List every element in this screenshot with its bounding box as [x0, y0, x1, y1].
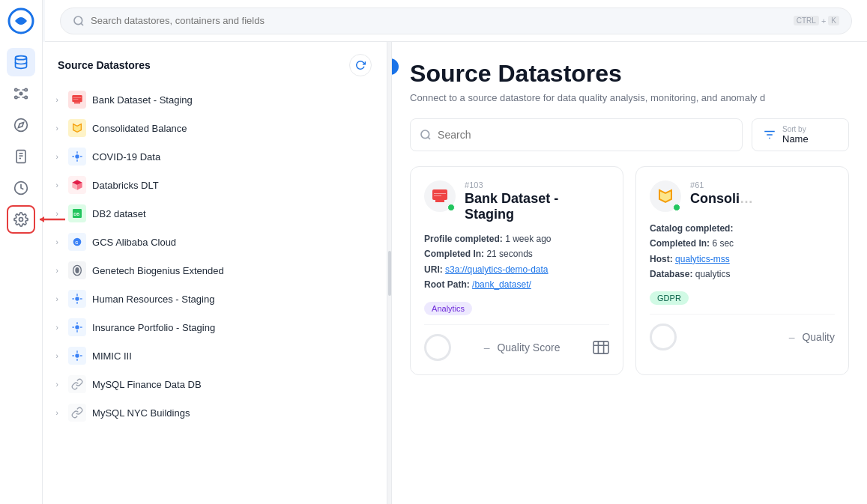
card-bank-dataset[interactable]: #103 Bank Dataset - Staging Profile comp…	[410, 166, 623, 375]
tree-item-label: Databricks DLT	[92, 180, 375, 191]
tree-item-icon	[68, 375, 86, 393]
uri-link[interactable]: s3a://qualytics-demo-data	[445, 264, 548, 275]
tree-item-bank-dataset[interactable]: › Bank Dataset - Staging	[43, 85, 387, 114]
svg-rect-56	[593, 341, 608, 353]
nav-settings[interactable]	[7, 205, 35, 234]
refresh-button[interactable]	[349, 54, 372, 76]
sidebar-header: Source Datastores	[43, 42, 387, 82]
card-details: Catalog completed: Completed In: 6 sec H…	[650, 221, 835, 282]
tree-item-icon	[68, 290, 86, 308]
tree-item-db2[interactable]: › DB DB2 dataset	[43, 199, 387, 228]
svg-text:DB: DB	[73, 212, 79, 216]
card-meta: #103 Bank Dataset - Staging	[465, 180, 609, 222]
tree-item-icon	[68, 119, 86, 137]
tree-item-hr[interactable]: › Human Resources - Staging	[43, 285, 387, 313]
tree-item-label: Insurance Portfolio - Staging	[92, 322, 375, 333]
host-link[interactable]: qualytics-mss	[675, 254, 730, 264]
root-path-link[interactable]: /bank_dataset/	[472, 279, 531, 290]
tree-item-icon	[68, 148, 86, 166]
global-search-bar[interactable]: CTRL + K	[60, 7, 852, 34]
card-avatar	[424, 180, 456, 212]
tree-item-icon	[68, 347, 86, 365]
tree-item-icon	[68, 261, 86, 279]
svg-point-0	[74, 16, 82, 25]
tree-item-mimic[interactable]: › MIMIC III	[43, 341, 387, 370]
tree-item-icon: DB	[68, 204, 86, 222]
tree-item-mysql-finance[interactable]: › MySQL Finance Data DB	[43, 370, 387, 398]
nav-history[interactable]	[7, 174, 35, 202]
svg-text:G: G	[75, 240, 78, 245]
tree-item-label: COVID-19 Data	[92, 151, 375, 163]
tree-item-icon	[68, 176, 86, 194]
status-dot	[673, 204, 680, 211]
nav-explore[interactable]	[7, 111, 35, 139]
tree-item-label: MySQL Finance Data DB	[92, 379, 375, 390]
tree-item-covid[interactable]: › COVID-19 Data	[43, 142, 387, 171]
tree-item-label: GCS Alibaba Cloud	[92, 237, 375, 248]
tree-item-consolidated[interactable]: › Consolidated Balance	[43, 114, 387, 142]
chevron-icon: ›	[52, 295, 62, 303]
svg-point-5	[25, 88, 27, 91]
card-name: Consoli…	[690, 191, 835, 207]
nav-settings-row	[7, 205, 35, 234]
chevron-icon: ›	[52, 267, 62, 275]
main-panel: ‹ Source Datastores Connect to a source …	[392, 42, 867, 504]
nav-tasks[interactable]	[7, 142, 35, 171]
collapse-sidebar-button[interactable]: ‹	[392, 57, 400, 76]
tree-item-databricks[interactable]: › Databricks DLT	[43, 171, 387, 199]
svg-rect-52	[432, 189, 447, 200]
tree-item-icon	[68, 318, 86, 336]
quality-circle	[650, 324, 677, 350]
card-consolidated[interactable]: #61 Consoli… Catalog completed: Complete…	[635, 166, 849, 375]
analytics-tag: Analytics	[424, 302, 472, 315]
tree-item-icon	[68, 91, 86, 109]
sort-icon	[763, 128, 776, 142]
svg-rect-21	[73, 99, 79, 100]
panel-search-input[interactable]	[438, 129, 733, 141]
chevron-icon: ›	[52, 324, 62, 332]
svg-point-51	[421, 130, 429, 139]
svg-rect-53	[435, 200, 444, 202]
quality-label: – Quality	[789, 331, 835, 343]
card-avatar	[650, 180, 681, 212]
card-id: #61	[690, 180, 835, 189]
tree-item-label: MIMIC III	[92, 350, 375, 362]
chevron-icon: ›	[52, 124, 62, 133]
svg-point-36	[75, 297, 79, 300]
tree-item-icon	[68, 404, 86, 422]
sort-button[interactable]: Sort by Name	[752, 118, 849, 151]
keyboard-shortcut: CTRL + K	[794, 16, 839, 25]
tree-item-icon: G	[68, 233, 86, 251]
nav-topology[interactable]	[7, 79, 35, 108]
sidebar-title: Source Datastores	[58, 59, 151, 71]
svg-rect-19	[74, 102, 80, 103]
search-sort-bar: Sort by Name	[410, 118, 849, 151]
tree-item-gcs[interactable]: › G GCS Alibaba Cloud	[43, 228, 387, 256]
card-header: #61 Consoli…	[650, 180, 835, 212]
svg-point-8	[15, 119, 28, 132]
chevron-icon: ›	[52, 238, 62, 246]
tree-item-genetech[interactable]: › Genetech Biogenius Extended	[43, 256, 387, 285]
nav-datastores[interactable]	[7, 48, 35, 76]
tree-item-insurance[interactable]: › Insurance Portfolio - Staging	[43, 313, 387, 341]
tree-item-mysql-nyc[interactable]: › MySQL NYC Buildings	[43, 398, 387, 427]
svg-point-41	[75, 325, 79, 329]
app-logo	[7, 7, 34, 37]
tree-item-label: DB2 dataset	[92, 208, 375, 219]
card-name: Bank Dataset - Staging	[465, 191, 609, 222]
search-icon	[420, 129, 432, 141]
quality-section: – Quality	[650, 314, 835, 350]
svg-point-35	[75, 267, 79, 273]
kbd-plus: +	[821, 16, 826, 25]
quality-circle	[424, 334, 451, 361]
svg-point-46	[75, 353, 79, 357]
svg-point-4	[15, 88, 17, 91]
gdpr-tag: GDPR	[650, 291, 689, 305]
global-search-input[interactable]	[91, 15, 788, 26]
tree-item-label: MySQL NYC Buildings	[92, 407, 375, 419]
svg-rect-54	[434, 193, 446, 194]
tree-item-label: Bank Dataset - Staging	[92, 94, 375, 106]
panel-search-box[interactable]	[410, 118, 743, 151]
card-id: #103	[465, 180, 609, 189]
page-subtitle: Connect to a source datastore for data q…	[410, 92, 849, 103]
